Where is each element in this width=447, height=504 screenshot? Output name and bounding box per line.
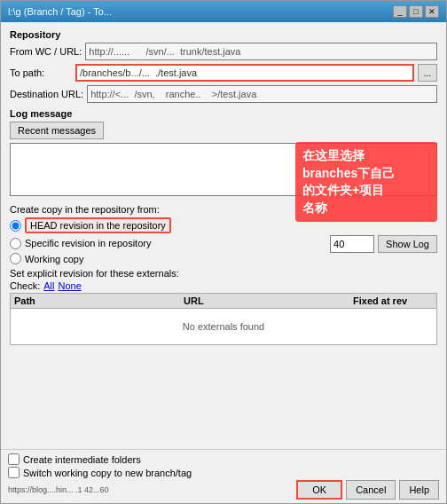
show-log-button[interactable]: Show Log <box>378 235 437 253</box>
externals-header: Path URL Fixed at rev <box>11 294 436 309</box>
to-path-input[interactable] <box>75 64 414 82</box>
to-path-row: To path: ... <box>10 64 437 82</box>
revision-input[interactable] <box>330 235 374 253</box>
from-wc-url-input[interactable] <box>85 43 437 60</box>
footer-buttons: https://blog....hin... .1 42...60 OK Can… <box>8 480 439 500</box>
browse-button[interactable]: ... <box>418 64 437 82</box>
destination-url-label: Destination URL: <box>10 89 83 99</box>
all-link[interactable]: All <box>43 280 54 291</box>
title-bar-text: l:\g (Branch / Tag) - To... <box>8 6 112 17</box>
externals-label-row: Set explicit revision for these external… <box>10 268 437 279</box>
intermediate-folders-label: Create intermediate folders <box>23 454 141 465</box>
ok-button[interactable]: OK <box>296 480 342 500</box>
footer-section: Create intermediate folders Switch worki… <box>1 449 446 503</box>
intermediate-folders-row: Create intermediate folders <box>8 453 439 465</box>
title-bar-buttons: _ □ ✕ <box>393 5 439 18</box>
annotation-text: 在这里选择branches下自己的文件夹+项目名称 <box>302 148 395 215</box>
specific-revision-label: Specific revision in repository <box>25 238 151 248</box>
dialog-window: l:\g (Branch / Tag) - To... _ □ ✕ Reposi… <box>0 0 447 504</box>
maximize-button[interactable]: □ <box>409 5 423 18</box>
head-revision-label: HEAD revision in the repository <box>25 217 171 233</box>
recent-messages-button[interactable]: Recent messages <box>10 122 104 139</box>
url-column-header: URL <box>184 295 353 306</box>
url-hint: https://blog....hin... .1 42...60 <box>8 485 293 494</box>
externals-empty-message: No externals found <box>11 309 436 344</box>
repository-label: Repository <box>10 29 437 40</box>
switch-working-copy-checkbox[interactable] <box>8 467 20 478</box>
from-wc-url-row: From WC / URL: <box>10 43 437 60</box>
help-button[interactable]: Help <box>399 480 439 500</box>
annotation-box: 在这里选择branches下自己的文件夹+项目名称 <box>295 142 437 222</box>
head-revision-radio[interactable] <box>10 220 21 232</box>
none-link[interactable]: None <box>58 280 81 291</box>
specific-revision-row: Specific revision in repository <box>10 238 326 249</box>
cancel-button[interactable]: Cancel <box>346 480 396 500</box>
minimize-button[interactable]: _ <box>393 5 407 18</box>
externals-section: Set explicit revision for these external… <box>10 268 437 345</box>
path-column-header: Path <box>14 295 184 306</box>
externals-table: Path URL Fixed at rev No externals found <box>10 293 437 345</box>
working-copy-label: Working copy <box>25 254 83 264</box>
switch-working-copy-row: Switch working copy to new branch/tag <box>8 467 439 478</box>
destination-url-input[interactable] <box>87 85 437 103</box>
no-externals-text: No externals found <box>183 321 264 332</box>
close-button[interactable]: ✕ <box>425 5 439 18</box>
switch-working-copy-label: Switch working copy to new branch/tag <box>23 468 192 478</box>
destination-url-row: Destination URL: <box>10 85 437 103</box>
externals-label: Set explicit revision for these external… <box>10 268 179 279</box>
from-wc-url-label: From WC / URL: <box>10 46 82 57</box>
repository-section: Repository From WC / URL: To path: ... D… <box>10 29 437 103</box>
specific-revision-radio[interactable] <box>10 238 21 249</box>
working-copy-row: Working copy <box>10 253 437 264</box>
to-path-label: To path: <box>10 67 72 78</box>
fixed-at-rev-column-header: Fixed at rev <box>353 295 433 306</box>
dialog-content: Repository From WC / URL: To path: ... D… <box>1 22 446 449</box>
title-bar: l:\g (Branch / Tag) - To... _ □ ✕ <box>1 1 446 22</box>
working-copy-radio[interactable] <box>10 253 21 264</box>
check-label: Check: <box>10 280 40 291</box>
intermediate-folders-checkbox[interactable] <box>8 453 20 465</box>
check-row: Check: All None <box>10 280 437 291</box>
log-message-label: Log message <box>10 108 437 119</box>
